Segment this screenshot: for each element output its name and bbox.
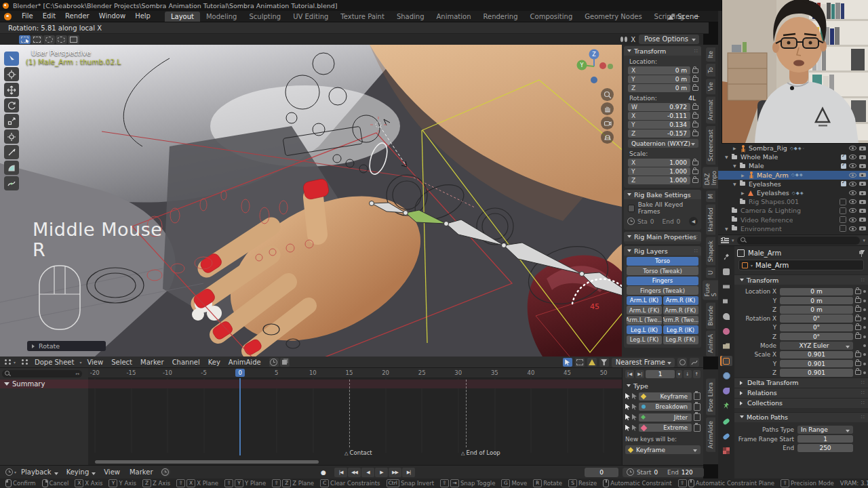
play-reverse-button[interactable]: ◀ [361,468,374,477]
rotation-field[interactable]: Y0.134 [628,121,690,129]
disclosure-icon[interactable]: ▼ [725,155,731,159]
rig-layer-button[interactable]: Leg.L (IK) [627,325,662,334]
navigation-gizmo[interactable]: Z Y [570,46,617,91]
collapsed-section-header[interactable]: Collections∷ [734,398,868,408]
menu-item[interactable]: Marker [136,359,168,366]
menu-item[interactable]: View [83,359,107,366]
properties-search-input[interactable] [737,237,861,245]
snap-dropdown[interactable]: Nearest Frame [612,358,675,367]
collapse-button[interactable]: ◀ [689,217,698,226]
render-visibility-icon[interactable] [859,190,866,196]
menu-item[interactable]: File [17,11,38,22]
outliner-row[interactable]: ▼ Whole Male [718,152,868,161]
summary-channel[interactable]: Summary [0,380,88,388]
disclosure-icon[interactable]: ▶ [741,190,747,195]
outliner-row[interactable]: ▶ Male_Arm ◇◆◈ [718,171,868,180]
visibility-eye-icon[interactable] [849,163,856,168]
rig-layer-button[interactable]: Leg.R (IK) [663,325,698,334]
menu-item[interactable]: Help [130,11,155,22]
workspace-tab[interactable]: Layout [165,12,200,22]
animate-dot[interactable] [863,353,866,356]
timeline-marker[interactable]: Contact [344,449,372,456]
render-visibility-icon[interactable] [859,163,866,169]
value-field[interactable]: 0 m [780,306,853,314]
object-name-field[interactable]: ▾ Male_Arm [738,260,864,270]
scale-field[interactable]: Z1.000 [628,176,690,184]
render-visibility-icon[interactable] [859,199,866,205]
tab-view-layer[interactable] [720,296,732,306]
include-checkbox[interactable] [840,199,846,205]
render-visibility-icon[interactable] [859,217,866,222]
properties-editor-icon[interactable] [721,237,729,244]
jump-end-button[interactable]: ▶| [402,468,415,477]
sidebar-tab[interactable]: Pose Libra [706,379,715,415]
sidebar-tab[interactable]: Vie [706,79,715,94]
animate-dot[interactable] [863,317,866,320]
workspace-tab[interactable]: UV Editing [287,12,334,22]
lock-icon[interactable] [855,334,861,339]
rig-bake-header[interactable]: Rig Bake Settings [624,190,701,199]
new-key-type-dropdown[interactable]: Keyframe [625,445,701,454]
keyframe-grid[interactable] [88,378,622,453]
workspace-tab[interactable]: Rendering [477,12,524,22]
jump-start-button[interactable]: |◀ [334,468,347,477]
include-checkbox[interactable] [841,155,846,160]
blender-menu-icon[interactable] [4,13,12,20]
include-checkbox[interactable] [841,181,846,186]
tab-render[interactable] [720,266,732,277]
location-field[interactable]: Z0 m [628,84,690,92]
tool-move-button[interactable] [4,83,19,97]
sidebar-tab[interactable]: HairMod [706,204,715,235]
rig-layer-button[interactable]: Torso (Tweak) [627,266,698,275]
tool-breakdowner-button[interactable] [4,176,19,190]
lock-icon[interactable] [855,317,861,321]
transform-section-header[interactable]: Transform∷ [734,274,868,285]
workspace-tab[interactable]: Modeling [200,12,243,22]
value-field[interactable]: 0° [780,324,853,332]
rotation-field[interactable]: W0.972 [628,103,690,111]
outliner-row[interactable]: Camera & Lighting [718,206,868,215]
sidebar-tab[interactable]: Shapek [706,237,715,266]
animate-dot[interactable] [863,290,866,293]
lock-icon[interactable] [692,86,698,91]
trash-icon[interactable] [694,403,701,411]
current-frame-field[interactable]: 0 [585,468,618,477]
sidebar-tab[interactable]: U [706,267,715,278]
rig-main-header[interactable]: Rig Main Properties∷ [624,232,701,241]
value-field[interactable]: 0.901 [780,369,853,377]
include-checkbox[interactable] [840,225,846,232]
rig-layer-button[interactable]: Leg.L (FK) [627,336,662,344]
lock-icon[interactable] [692,123,698,127]
playhead[interactable] [239,378,241,455]
visibility-eye-icon[interactable] [849,182,856,186]
motion-paths-header[interactable]: Motion Paths∷ [734,412,868,422]
editor-type-icon[interactable] [4,359,12,365]
rig-layer-button[interactable]: Arm.R (IK) [663,296,698,305]
animate-dot[interactable] [863,336,866,338]
tab-texture[interactable] [720,445,732,455]
outliner-row[interactable]: Video Reference [718,216,868,224]
sidebar-tab[interactable]: AnimA [706,331,715,357]
jump-prev-icon[interactable]: |◀ [625,370,634,378]
timeline-editor-icon[interactable] [5,468,13,476]
select-pointer-icon[interactable] [625,425,630,431]
outliner-row[interactable]: ▼ Eyelashes [718,180,868,188]
lock-icon[interactable] [692,68,698,73]
lock-icon[interactable] [855,307,861,312]
rig-layer-button[interactable]: Fingers (Tweak) [627,286,698,295]
collapsed-section-header[interactable]: Delta Transform∷ [734,378,868,388]
animate-dot[interactable] [863,308,866,311]
animate-dot[interactable] [863,363,866,365]
prev-keyframe-button[interactable]: ◀◀ [348,468,361,477]
tool-measure-button[interactable] [4,161,19,175]
include-checkbox[interactable] [840,207,846,214]
channel-search-input[interactable]: ↔ [2,370,82,378]
select-pointer-icon[interactable] [625,393,630,399]
visibility-eye-icon[interactable] [849,155,856,159]
sidebar-tab[interactable]: Screencast [706,126,715,165]
lock-icon[interactable] [692,178,698,183]
select-tweak-button[interactable] [19,35,31,44]
zoom-icon[interactable] [601,88,614,101]
sidebar-tab[interactable]: M [706,190,715,202]
disclosure-icon[interactable]: ▼ [733,163,739,168]
